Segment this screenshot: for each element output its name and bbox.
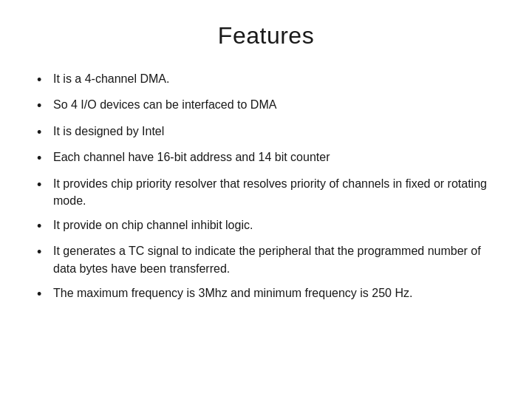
bullet-text: So 4 I/O devices can be interfaced to DM… — [53, 96, 495, 113]
bullet-dot-icon: • — [37, 98, 53, 115]
bullet-text: Each channel have 16-bit address and 14 … — [53, 149, 495, 166]
bullet-dot-icon: • — [37, 150, 53, 167]
bullet-dot-icon: • — [37, 72, 53, 89]
list-item: •It is designed by Intel — [37, 123, 495, 141]
list-item: •So 4 I/O devices can be interfaced to D… — [37, 96, 495, 115]
bullet-dot-icon: • — [37, 177, 53, 194]
slide-title: Features — [37, 22, 495, 50]
list-item: •It generates a TC signal to indicate th… — [37, 242, 495, 276]
list-item: •Each channel have 16-bit address and 14… — [37, 149, 495, 167]
bullet-dot-icon: • — [37, 124, 53, 141]
list-item: •The maximum frequency is 3Mhz and minim… — [37, 284, 495, 303]
bullet-text: It provides chip priority resolver that … — [53, 175, 495, 209]
list-item: •It provides chip priority resolver that… — [37, 175, 495, 209]
bullet-dot-icon: • — [37, 244, 53, 261]
slide: Features •It is a 4-channel DMA.•So 4 I/… — [0, 0, 532, 399]
bullet-text: It is a 4-channel DMA. — [53, 70, 495, 87]
bullet-text: It provide on chip channel inhibit logic… — [53, 216, 495, 233]
bullet-text: The maximum frequency is 3Mhz and minimu… — [53, 284, 495, 301]
bullet-text: It is designed by Intel — [53, 123, 495, 140]
bullet-dot-icon: • — [37, 286, 53, 303]
list-item: •It provide on chip channel inhibit logi… — [37, 216, 495, 235]
bullet-dot-icon: • — [37, 218, 53, 235]
bullet-list: •It is a 4-channel DMA.•So 4 I/O devices… — [37, 70, 495, 310]
bullet-text: It generates a TC signal to indicate the… — [53, 242, 495, 276]
list-item: •It is a 4-channel DMA. — [37, 70, 495, 89]
